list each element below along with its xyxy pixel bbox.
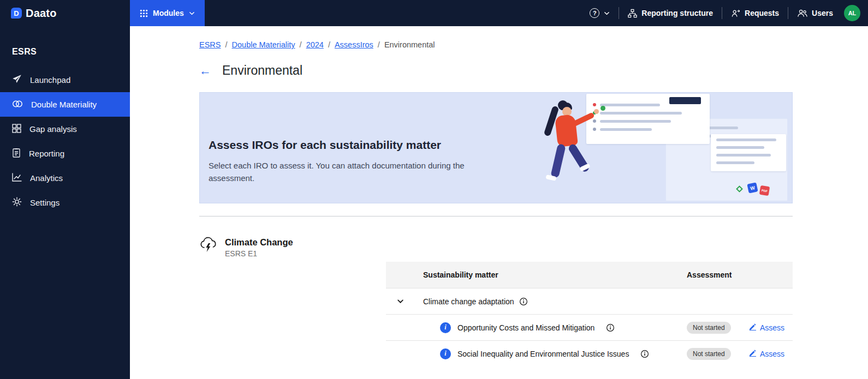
chevron-down-icon xyxy=(189,10,195,16)
users-icon xyxy=(797,9,807,17)
table-row: Climate change adaptation xyxy=(386,288,793,314)
request-user-icon xyxy=(731,9,740,18)
info-banner: Assess IROs for each sustainability matt… xyxy=(199,92,793,203)
topbar-right: ? Reporting structure Requests xyxy=(581,0,868,26)
grid-squares-icon xyxy=(12,124,21,135)
assess-button[interactable]: Assess xyxy=(749,323,784,332)
info-icon[interactable] xyxy=(640,350,649,358)
assessment-cell: Not started Assess xyxy=(687,348,793,360)
assess-label: Assess xyxy=(760,350,784,358)
modules-label: Modules xyxy=(153,9,184,17)
content-row: Climate Change ESRS E1 Sustainability ma… xyxy=(199,234,793,366)
column-header-matter: Sustainability matter xyxy=(386,270,687,279)
assess-button[interactable]: Assess xyxy=(749,349,784,358)
decor-bar xyxy=(716,161,754,164)
page-title: Environmental xyxy=(222,63,302,78)
requests-button[interactable]: Requests xyxy=(722,0,788,26)
reporting-structure-label: Reporting structure xyxy=(641,9,713,17)
sidebar-item-label: Double Materiality xyxy=(31,100,97,109)
banner-text: Assess IROs for each sustainability matt… xyxy=(209,139,498,184)
paper-plane-icon xyxy=(12,74,22,86)
gear-icon xyxy=(12,197,22,208)
modules-button[interactable]: Modules xyxy=(130,0,205,26)
hierarchy-icon xyxy=(628,9,637,18)
sidebar-item-label: Gap analysis xyxy=(29,124,77,134)
table-row: i Opportunity Costs and Missed Mitigatio… xyxy=(386,314,793,340)
sidebar-item-settings[interactable]: Settings xyxy=(0,190,130,215)
back-arrow-icon[interactable]: ← xyxy=(199,65,211,77)
reporting-structure-button[interactable]: Reporting structure xyxy=(619,0,722,26)
group-label: Climate change adaptation xyxy=(423,297,514,306)
sidebar-item-label: Launchpad xyxy=(30,75,70,85)
section-title: Climate Change xyxy=(225,237,293,248)
sustainability-matters-table: Sustainability matter Assessment Climate… xyxy=(386,234,793,366)
impact-badge-icon: i xyxy=(440,322,451,333)
chevron-down-icon[interactable] xyxy=(395,296,406,307)
users-button[interactable]: Users xyxy=(788,0,842,26)
breadcrumb-link-double-materiality[interactable]: Double Materiality xyxy=(232,40,295,49)
storm-cloud-icon xyxy=(199,236,218,366)
app-root: D Daato Modules ? R xyxy=(0,0,868,379)
illustration-card-inner xyxy=(711,134,786,171)
requests-label: Requests xyxy=(745,9,779,17)
grid-icon xyxy=(140,9,148,17)
info-icon[interactable] xyxy=(606,323,615,332)
sidebar-item-label: Analytics xyxy=(30,173,63,183)
sidebar-item-double-materiality[interactable]: Double Materiality xyxy=(0,92,130,117)
decor-bar xyxy=(716,154,771,157)
sidebar-item-gap-analysis[interactable]: Gap analysis xyxy=(0,117,130,141)
sidebar-item-label: Reporting xyxy=(29,149,64,158)
daato-logo-icon: D xyxy=(11,8,22,19)
line-chart-icon xyxy=(12,173,22,183)
banner-title: Assess IROs for each sustainability matt… xyxy=(209,139,498,152)
section-subtitle: ESRS E1 xyxy=(225,249,293,258)
pencil-icon xyxy=(749,323,757,332)
pencil-icon xyxy=(749,349,757,358)
table-header-row: Sustainability matter Assessment xyxy=(386,262,793,288)
breadcrumb-separator: / xyxy=(225,40,228,49)
status-badge: Not started xyxy=(687,322,731,334)
sidebar-heading: ESRS xyxy=(0,26,130,68)
table-row: i Social Inequality and Environmental Ju… xyxy=(386,340,793,366)
diamond-icon xyxy=(736,185,743,192)
sidebar: ESRS Launchpad Double Materiality Gap an… xyxy=(0,26,130,379)
breadcrumb-link-2024[interactable]: 2024 xyxy=(306,40,324,49)
illustration-person xyxy=(538,100,609,202)
table-toolbar xyxy=(386,234,793,262)
assess-label: Assess xyxy=(760,323,784,332)
breadcrumb-link-esrs[interactable]: ESRS xyxy=(199,40,221,49)
iro-label: Opportunity Costs and Missed Mitigation xyxy=(457,323,594,332)
breadcrumb-link-assessiros[interactable]: AssessIros xyxy=(335,40,373,49)
breadcrumb-separator: / xyxy=(378,40,380,49)
person-torso xyxy=(555,114,578,147)
chevron-down-icon xyxy=(604,10,610,16)
climate-change-section: Climate Change ESRS E1 xyxy=(199,234,386,366)
brand-name: Daato xyxy=(26,7,57,20)
help-icon: ? xyxy=(590,8,599,18)
decor-row xyxy=(593,128,703,131)
decor-bar xyxy=(716,139,776,141)
person-leg xyxy=(550,143,566,178)
decor-dot xyxy=(601,106,605,111)
breadcrumb: ESRS / Double Materiality / 2024 / Asses… xyxy=(199,40,793,49)
sidebar-item-reporting[interactable]: Reporting xyxy=(0,141,130,166)
sidebar-item-analytics[interactable]: Analytics xyxy=(0,166,130,190)
status-badge: Not started xyxy=(687,348,731,360)
decor-row xyxy=(593,111,703,115)
info-icon[interactable] xyxy=(519,297,528,306)
sidebar-item-launchpad[interactable]: Launchpad xyxy=(0,68,130,92)
help-button[interactable]: ? xyxy=(581,0,619,26)
decor-row xyxy=(593,119,703,123)
double-circles-icon xyxy=(12,100,23,110)
users-label: Users xyxy=(812,9,833,17)
section-texts: Climate Change ESRS E1 xyxy=(225,236,293,366)
iro-cell: i Social Inequality and Environmental Ju… xyxy=(386,348,687,359)
decor-bar xyxy=(669,97,701,104)
user-avatar[interactable]: AL xyxy=(844,5,860,21)
breadcrumb-separator: / xyxy=(328,40,330,49)
pdf-file-icon: PDF xyxy=(759,185,770,196)
iro-label: Social Inequality and Environmental Just… xyxy=(457,350,629,358)
column-header-assessment: Assessment xyxy=(687,270,793,279)
breadcrumb-separator: / xyxy=(300,40,302,49)
brand[interactable]: D Daato xyxy=(0,7,130,20)
